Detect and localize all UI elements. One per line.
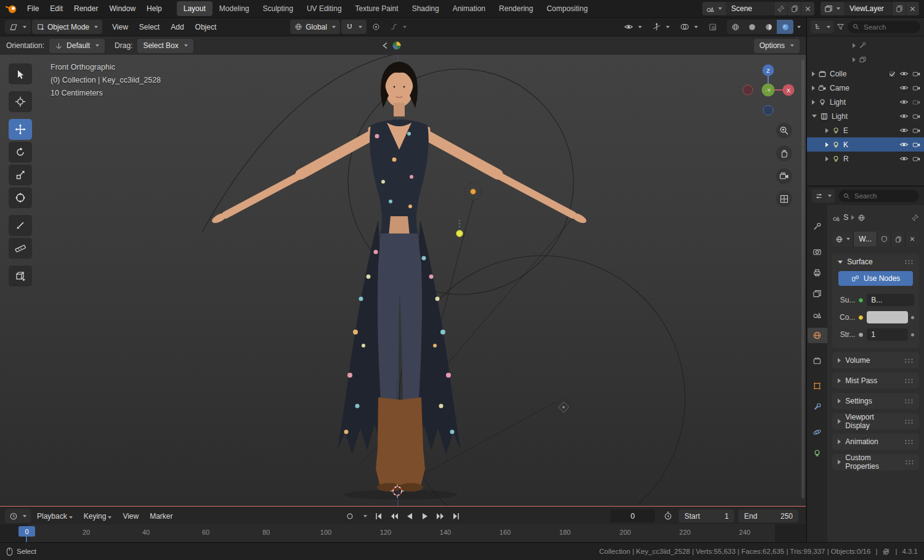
menu-add[interactable]: Add xyxy=(166,20,188,34)
tool-scale[interactable] xyxy=(9,164,32,185)
scene-pin-button[interactable] xyxy=(774,2,787,15)
camera-visibility-icon[interactable] xyxy=(912,98,921,107)
expand-icon[interactable] xyxy=(853,43,856,48)
eye-icon[interactable] xyxy=(899,112,909,121)
zoom-button[interactable] xyxy=(776,123,792,139)
pan-hand-button[interactable] xyxy=(776,145,792,161)
collection-checkbox[interactable] xyxy=(888,70,896,78)
eye-icon[interactable] xyxy=(899,154,909,163)
outliner-row-partial[interactable] xyxy=(807,38,924,52)
eye-icon[interactable] xyxy=(899,69,909,78)
use-nodes-button[interactable]: Use Nodes xyxy=(838,271,913,286)
proportional-editing-toggle[interactable] xyxy=(368,20,384,34)
scene-unlink-button[interactable] xyxy=(801,2,814,15)
world-name-field[interactable]: W... xyxy=(854,232,877,246)
panel-grip-icon[interactable] xyxy=(904,358,914,363)
tab-modifier-properties[interactable] xyxy=(808,399,827,415)
outliner-row-partial[interactable] xyxy=(807,52,924,67)
camera-visibility-icon[interactable] xyxy=(912,155,921,163)
play-button[interactable] xyxy=(418,510,432,522)
menu-view[interactable]: View xyxy=(107,20,133,34)
orientation-dropdown[interactable]: Default xyxy=(49,39,105,53)
drag-dropdown[interactable]: Select Box xyxy=(137,39,193,53)
workspace-tab-uv-editing[interactable]: UV Editing xyxy=(300,1,349,16)
selected-light-gizmo[interactable] xyxy=(456,220,463,237)
pin-icon[interactable] xyxy=(912,214,919,221)
tab-collection-properties[interactable] xyxy=(808,353,827,368)
snapping-dropdown-button[interactable] xyxy=(341,20,367,34)
tab-render-properties[interactable] xyxy=(808,244,827,259)
keyframe-dot-icon[interactable] xyxy=(911,316,914,319)
menu-edit[interactable]: Edit xyxy=(45,2,68,15)
toggle-grid-button[interactable] xyxy=(776,191,792,207)
scene-browse-button[interactable] xyxy=(702,2,726,15)
camera-visibility-icon[interactable] xyxy=(912,70,921,78)
world-color-swatch[interactable] xyxy=(867,311,908,323)
playhead-line[interactable] xyxy=(26,537,27,542)
panel-grip-icon[interactable] xyxy=(905,460,914,465)
panel-grip-icon[interactable] xyxy=(904,259,914,265)
menu-window[interactable]: Window xyxy=(104,2,140,15)
outliner-search[interactable] xyxy=(848,21,920,33)
panel-grip-icon[interactable] xyxy=(904,378,914,384)
menu-render[interactable]: Render xyxy=(69,2,103,15)
menu-timeline-view[interactable]: View xyxy=(118,509,144,523)
tab-light-data-properties[interactable] xyxy=(808,445,827,461)
tool-rotate[interactable] xyxy=(9,142,32,163)
tool-annotate[interactable] xyxy=(9,215,32,236)
workspace-tab-texture-paint[interactable]: Texture Paint xyxy=(349,1,405,16)
navigation-gizmo[interactable]: Z X -Y xyxy=(740,62,796,118)
menu-object[interactable]: Object xyxy=(190,20,222,34)
transform-orientation-button[interactable]: Global xyxy=(290,20,340,34)
unlink-world-button[interactable] xyxy=(905,232,919,246)
expand-icon[interactable] xyxy=(812,71,815,76)
viewport-canvas[interactable] xyxy=(0,55,806,506)
new-world-button[interactable] xyxy=(891,232,905,246)
timeline-editor-type-button[interactable] xyxy=(5,509,31,523)
eye-icon[interactable] xyxy=(899,126,909,135)
tab-object-properties[interactable] xyxy=(808,378,827,394)
panel-animation[interactable]: Animation xyxy=(832,434,919,450)
camera-visibility-icon[interactable] xyxy=(912,84,921,92)
use-preview-range-icon[interactable] xyxy=(663,511,673,521)
panel-grip-icon[interactable] xyxy=(904,399,914,404)
shading-dropdown-icon[interactable] xyxy=(797,26,801,28)
point-light-gizmo[interactable] xyxy=(464,183,482,200)
character-model[interactable] xyxy=(211,62,588,500)
fake-user-button[interactable] xyxy=(877,232,891,246)
expand-icon[interactable] xyxy=(812,86,815,91)
workspace-tab-compositing[interactable]: Compositing xyxy=(540,1,594,16)
panel-settings[interactable]: Settings xyxy=(832,393,919,409)
panel-grip-icon[interactable] xyxy=(904,419,914,424)
editor-type-button[interactable] xyxy=(5,20,31,34)
eye-icon[interactable] xyxy=(899,140,909,149)
expand-icon[interactable] xyxy=(853,57,856,62)
eye-icon[interactable] xyxy=(899,83,909,92)
jump-to-start-button[interactable] xyxy=(372,510,386,522)
outliner-row-light-e[interactable]: E xyxy=(807,123,924,137)
tool-add-cube[interactable] xyxy=(9,266,32,286)
camera-view-button[interactable] xyxy=(776,168,792,184)
menu-select[interactable]: Select xyxy=(134,20,164,34)
scene-name[interactable]: Scene xyxy=(726,4,774,13)
collapse-icon[interactable] xyxy=(812,115,817,118)
menu-keying[interactable]: Keying xyxy=(79,509,117,523)
playhead-marker[interactable]: 0 xyxy=(18,526,35,537)
panel-volume[interactable]: Volume xyxy=(832,352,919,368)
filter-icon[interactable] xyxy=(837,23,845,31)
options-dropdown[interactable]: Options xyxy=(754,39,800,53)
viewport-3d[interactable]: Front Orthographic (0) Collection | Key_… xyxy=(0,55,806,507)
camera-visibility-icon[interactable] xyxy=(912,126,921,135)
shading-wireframe-button[interactable] xyxy=(727,20,744,34)
menu-playback[interactable]: Playback xyxy=(32,509,78,523)
jump-to-end-button[interactable] xyxy=(449,510,463,522)
outliner-row-light-1[interactable]: Light xyxy=(807,95,924,109)
object-visibility-dropdown[interactable] xyxy=(620,20,646,34)
outliner-row-collection[interactable]: Colle xyxy=(807,67,924,81)
properties-search-input[interactable] xyxy=(853,192,914,200)
camera-visibility-icon[interactable] xyxy=(912,112,921,121)
tool-move[interactable] xyxy=(9,119,32,140)
tool-cursor[interactable] xyxy=(9,91,32,112)
eye-icon[interactable] xyxy=(899,97,909,107)
surface-shader-field[interactable]: B... xyxy=(867,294,914,306)
